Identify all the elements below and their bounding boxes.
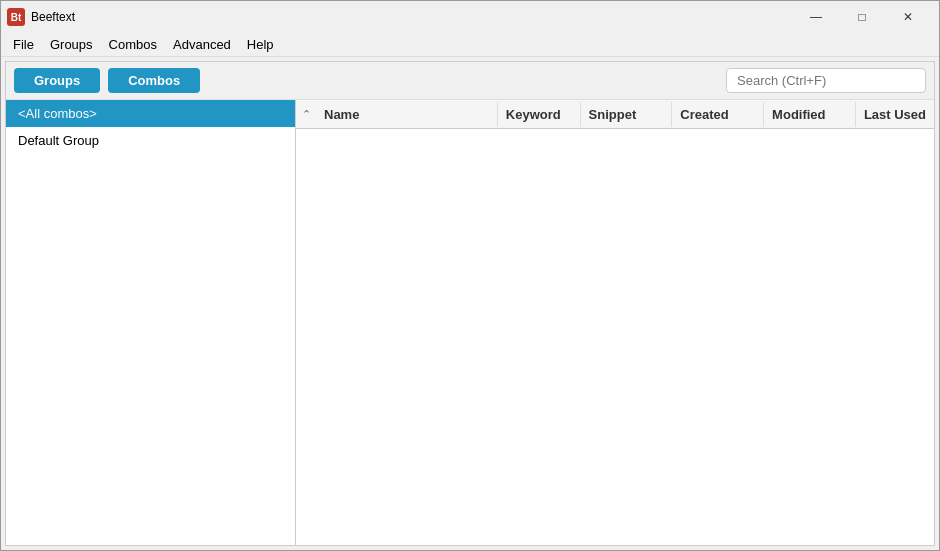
panels: <All combos> Default Group ⌃ Name Keywor… [6, 100, 934, 545]
menu-combos[interactable]: Combos [101, 35, 165, 54]
combos-panel: ⌃ Name Keyword Snippet Created Modified … [296, 100, 934, 545]
app-icon: Bt [7, 8, 25, 26]
table-body [296, 129, 934, 545]
maximize-button[interactable]: □ [839, 1, 885, 33]
main-content: Groups Combos <All combos> Default Group… [5, 61, 935, 546]
group-item-all-combos[interactable]: <All combos> [6, 100, 295, 127]
col-header-keyword[interactable]: Keyword [498, 102, 581, 127]
group-item-default[interactable]: Default Group [6, 127, 295, 154]
sort-indicator: ⌃ [296, 100, 316, 128]
search-input[interactable] [726, 68, 926, 93]
close-button[interactable]: ✕ [885, 1, 931, 33]
menu-bar: File Groups Combos Advanced Help [1, 33, 939, 57]
col-header-modified[interactable]: Modified [764, 102, 856, 127]
title-bar: Bt Beeftext — □ ✕ [1, 1, 939, 33]
col-header-snippet[interactable]: Snippet [581, 102, 673, 127]
toolbar: Groups Combos [6, 62, 934, 100]
table-header: ⌃ Name Keyword Snippet Created Modified … [296, 100, 934, 129]
app-title: Beeftext [31, 10, 75, 24]
groups-panel: <All combos> Default Group [6, 100, 296, 545]
minimize-button[interactable]: — [793, 1, 839, 33]
groups-button[interactable]: Groups [14, 68, 100, 93]
col-header-created[interactable]: Created [672, 102, 764, 127]
menu-groups[interactable]: Groups [42, 35, 101, 54]
title-bar-left: Bt Beeftext [7, 8, 75, 26]
menu-advanced[interactable]: Advanced [165, 35, 239, 54]
menu-help[interactable]: Help [239, 35, 282, 54]
app-window: Bt Beeftext — □ ✕ File Groups Combos Adv… [0, 0, 940, 551]
col-header-name[interactable]: Name [316, 102, 498, 127]
col-header-last-used[interactable]: Last Used [856, 102, 934, 127]
title-bar-controls: — □ ✕ [793, 1, 931, 33]
menu-file[interactable]: File [5, 35, 42, 54]
combos-button[interactable]: Combos [108, 68, 200, 93]
